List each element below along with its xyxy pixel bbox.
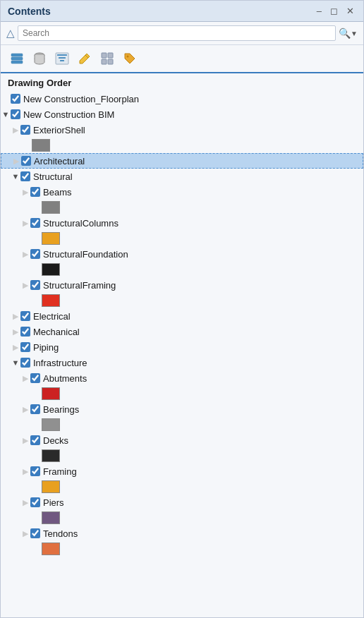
tree-item-beams: ▶Beams xyxy=(1,184,363,215)
edit-tool-button[interactable] xyxy=(75,49,94,68)
color-swatch-abutments[interactable] xyxy=(42,387,60,400)
item-checkbox-abutments[interactable] xyxy=(30,373,40,383)
color-swatch-decks[interactable] xyxy=(42,449,60,462)
panel-title: Contents xyxy=(8,6,51,17)
tree-item-framing: ▶Framing xyxy=(1,464,363,495)
filter-tool-button[interactable] xyxy=(53,49,71,68)
item-checkbox-bearings[interactable] xyxy=(30,404,40,414)
item-label-piping: Piping xyxy=(33,342,363,353)
tag-tool-button[interactable] xyxy=(121,49,139,68)
expander-icon[interactable]: ▶ xyxy=(20,188,30,197)
close-button[interactable]: ✕ xyxy=(344,5,356,17)
expander-icon[interactable]: ▶ xyxy=(11,126,20,135)
tree-row-infrastructure[interactable]: ▼Infrastructure xyxy=(1,355,363,370)
tree-row-piers[interactable]: ▶Piers xyxy=(1,495,363,510)
color-swatch-tendons[interactable] xyxy=(42,543,60,555)
item-checkbox-architectural[interactable] xyxy=(21,156,31,166)
tree-row-structural-framing[interactable]: ▶StructuralFraming xyxy=(1,277,363,293)
indent-spacer xyxy=(20,417,30,432)
tree-container[interactable]: New Construction_Floorplan▼New Construct… xyxy=(1,91,363,617)
color-swatch-piers[interactable] xyxy=(42,511,60,524)
svg-rect-6 xyxy=(59,57,66,59)
expander-icon[interactable]: ▶ xyxy=(11,327,20,337)
tree-row-new-construction-floorplan[interactable]: New Construction_Floorplan xyxy=(1,91,363,107)
svg-point-12 xyxy=(127,56,129,58)
expander-icon[interactable]: ▶ xyxy=(20,374,30,383)
tree-row-new-construction-bim[interactable]: ▼New Construction BIM xyxy=(1,107,363,122)
item-checkbox-piping[interactable] xyxy=(20,342,30,352)
color-swatch-structural-framing[interactable] xyxy=(42,294,60,307)
expander-icon[interactable]: ▶ xyxy=(20,250,30,259)
restore-button[interactable]: ◻ xyxy=(328,5,340,17)
expander-icon[interactable]: ▶ xyxy=(11,343,20,352)
expander-icon[interactable]: ▶ xyxy=(11,312,20,321)
item-checkbox-framing[interactable] xyxy=(30,466,40,476)
indent-spacer xyxy=(11,510,20,526)
tree-row-mechanical[interactable]: ▶Mechanical xyxy=(1,324,363,339)
tree-row-electrical[interactable]: ▶Electrical xyxy=(1,308,363,324)
item-checkbox-infrastructure[interactable] xyxy=(20,358,30,368)
item-label-infrastructure: Infrastructure xyxy=(33,358,363,368)
children-container-structural: ▶Beams▶StructuralColumns▶StructuralFound… xyxy=(1,184,363,308)
item-checkbox-mechanical[interactable] xyxy=(20,327,30,337)
item-checkbox-structural-framing[interactable] xyxy=(30,280,40,290)
tree-item-structural-foundation: ▶StructuralFoundation xyxy=(1,246,363,277)
item-checkbox-beams[interactable] xyxy=(30,187,40,197)
expander-icon[interactable]: ▶ xyxy=(20,529,30,538)
layers-tool-button[interactable] xyxy=(8,49,26,68)
tree-row-piping[interactable]: ▶Piping xyxy=(1,339,363,355)
color-swatch-exterior-shell[interactable] xyxy=(32,139,50,152)
tree-item-decks: ▶Decks xyxy=(1,432,363,464)
svg-rect-5 xyxy=(57,54,67,56)
item-checkbox-exterior-shell[interactable] xyxy=(20,125,30,135)
tree-row-decks[interactable]: ▶Decks xyxy=(1,432,363,448)
search-icon: 🔍 xyxy=(339,28,351,39)
item-checkbox-electrical[interactable] xyxy=(20,311,30,321)
expander-icon[interactable]: ▼ xyxy=(11,358,20,367)
tree-row-bearings[interactable]: ▶Bearings xyxy=(1,401,363,417)
database-tool-button[interactable] xyxy=(30,49,49,68)
expander-icon[interactable]: ▶ xyxy=(11,157,21,166)
tree-item-new-construction-floorplan: New Construction_Floorplan xyxy=(1,91,363,107)
item-checkbox-structural[interactable] xyxy=(20,171,30,181)
tree-row-structural[interactable]: ▼Structural xyxy=(1,169,363,184)
item-checkbox-tendons[interactable] xyxy=(30,528,40,538)
item-checkbox-structural-columns[interactable] xyxy=(30,218,40,228)
expander-icon[interactable]: ▼ xyxy=(11,172,20,181)
item-checkbox-structural-foundation[interactable] xyxy=(30,249,40,259)
tree-row-framing[interactable]: ▶Framing xyxy=(1,464,363,479)
search-button[interactable]: 🔍 ▼ xyxy=(339,28,358,39)
item-checkbox-new-construction-floorplan[interactable] xyxy=(11,94,20,104)
item-label-beams: Beams xyxy=(43,187,363,198)
expander-icon[interactable]: ▶ xyxy=(20,467,30,476)
expander-icon[interactable]: ▶ xyxy=(20,405,30,414)
color-swatch-structural-foundation[interactable] xyxy=(42,263,60,276)
minimize-button[interactable]: – xyxy=(315,5,324,17)
tree-row-tendons[interactable]: ▶Tendons xyxy=(1,526,363,541)
tree-row-exterior-shell[interactable]: ▶ExteriorShell xyxy=(1,122,363,138)
expander-icon[interactable]: ▶ xyxy=(20,219,30,228)
color-swatch-beams[interactable] xyxy=(42,201,60,214)
tree-row-structural-foundation[interactable]: ▶StructuralFoundation xyxy=(1,246,363,262)
color-swatch-framing[interactable] xyxy=(42,480,60,493)
color-swatch-bearings[interactable] xyxy=(42,418,60,431)
swatch-row-framing xyxy=(1,479,363,495)
item-checkbox-decks[interactable] xyxy=(30,435,40,445)
tree-row-architectural[interactable]: ▶Architectural xyxy=(1,153,363,169)
expander-icon[interactable]: ▶ xyxy=(20,498,30,507)
search-input[interactable] xyxy=(18,25,336,41)
tree-row-abutments[interactable]: ▶Abutments xyxy=(1,370,363,386)
expander-icon[interactable]: ▼ xyxy=(1,110,11,119)
color-swatch-structural-columns[interactable] xyxy=(42,232,60,245)
tree-row-beams[interactable]: ▶Beams xyxy=(1,184,363,200)
funnel-icon[interactable]: △ xyxy=(6,27,15,40)
svg-rect-10 xyxy=(102,59,107,64)
item-checkbox-piers[interactable] xyxy=(30,497,40,507)
tree-row-structural-columns[interactable]: ▶StructuralColumns xyxy=(1,215,363,231)
svg-rect-0 xyxy=(11,61,23,63)
item-checkbox-new-construction-bim[interactable] xyxy=(11,109,20,119)
expander-icon[interactable]: ▶ xyxy=(20,436,30,445)
expander-icon[interactable]: ▶ xyxy=(20,281,30,290)
grid-tool-button[interactable] xyxy=(98,49,116,68)
item-label-exterior-shell: ExteriorShell xyxy=(33,125,363,135)
